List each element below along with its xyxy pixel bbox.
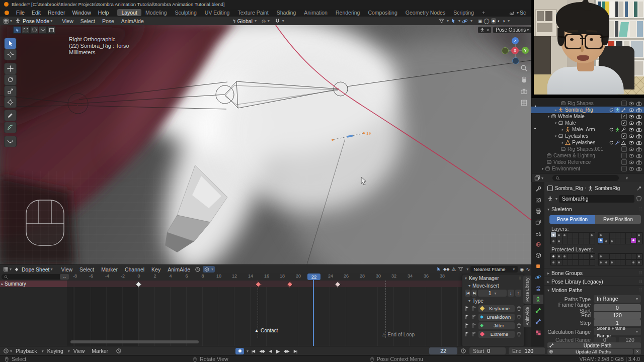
workspace-tab-geometry-nodes[interactable]: Geometry Nodes xyxy=(401,9,449,16)
motion-paths-panel-header[interactable]: ▾Motion Paths ⠿ xyxy=(547,287,642,294)
hide-eye-icon[interactable] xyxy=(628,107,634,113)
skeleton-panel-header[interactable]: ▾Skeleton ⠿ xyxy=(547,206,642,213)
hide-eye-icon[interactable] xyxy=(628,101,634,107)
breadcrumb-object[interactable]: Sombra_Rig xyxy=(555,186,583,191)
workspace-tab-sculpting[interactable]: Sculpting xyxy=(171,9,201,16)
tab-tool[interactable] xyxy=(533,184,543,194)
channel-search[interactable] xyxy=(2,274,63,280)
bone-groups-panel-header[interactable]: ▸Bone Groups ⠿ xyxy=(547,269,642,277)
frame-range-end-field[interactable]: 120 xyxy=(594,312,641,319)
select-lasso-button[interactable] xyxy=(39,26,47,34)
tab-collection[interactable] xyxy=(533,250,543,260)
hide-eye-icon[interactable] xyxy=(628,140,634,146)
navigation-gizmo[interactable]: Z Y X xyxy=(502,38,528,64)
tool-settings-close-icon[interactable]: × xyxy=(487,28,489,33)
jump-next-keyframe-button[interactable]: ◆▶ xyxy=(282,349,290,353)
collection-checkbox[interactable]: ✓ xyxy=(621,114,627,119)
gizmo-dropdown-arrow[interactable]: ▾ xyxy=(458,19,460,23)
render-camera-icon[interactable] xyxy=(636,114,642,120)
dopesheet-ruler[interactable]: ↔ -8-6 -4-2 02 46 810 1214 1618 2024 262… xyxy=(0,273,531,281)
workspace-tab-compositing[interactable]: Compositing xyxy=(364,9,401,16)
proportional-edit-icon[interactable] xyxy=(439,18,444,24)
pose-options-arrow[interactable]: ▾ xyxy=(527,28,529,32)
protected-layers-grid-right[interactable] xyxy=(598,253,642,265)
tool-rotate[interactable] xyxy=(4,74,17,85)
move-down-button[interactable]: ↓ xyxy=(508,290,514,297)
pose-options-dropdown[interactable]: Pose Options xyxy=(496,27,526,33)
select-flag-icon[interactable] xyxy=(464,331,470,337)
clear-paths-button[interactable]: × xyxy=(634,349,641,354)
hide-eye-icon[interactable] xyxy=(628,146,634,152)
calculation-range-dropdown[interactable]: Scene Frame Range▾ xyxy=(594,328,641,335)
pivot-dropdown-arrow[interactable]: ▾ xyxy=(268,19,270,23)
fcurve-easing-icon[interactable]: ∿ xyxy=(526,266,530,272)
menu-edit[interactable]: Edit xyxy=(28,10,44,16)
move-insert-header[interactable]: ▾Move-Insert xyxy=(462,282,524,289)
editor-type-icon[interactable] xyxy=(3,18,9,24)
hide-eye-icon[interactable] xyxy=(628,153,634,159)
breadcrumb-data[interactable]: SombraRig xyxy=(595,186,620,191)
select-flag-icon[interactable] xyxy=(464,306,470,311)
layer-active-cell[interactable] xyxy=(551,232,556,237)
tool-measure[interactable] xyxy=(4,122,17,133)
shading-solid-button[interactable]: ● xyxy=(491,18,496,24)
collection-checkbox[interactable]: ✓ xyxy=(621,133,627,139)
viewport-menu-animaide[interactable]: AnimAide xyxy=(118,18,147,24)
render-camera-icon[interactable] xyxy=(636,153,642,159)
jump-to-start-button[interactable]: |◀ xyxy=(250,349,256,353)
orthographic-toggle-icon[interactable] xyxy=(520,99,528,107)
properties-editor-icon[interactable] xyxy=(534,175,540,181)
pan-hand-icon[interactable] xyxy=(520,76,528,83)
delete-keys-icon[interactable] xyxy=(516,331,522,337)
timeline-editor-icon[interactable] xyxy=(3,348,9,354)
update-path-button[interactable]: Update Path xyxy=(547,342,641,348)
collection-checkbox[interactable] xyxy=(621,159,627,165)
channel-filter-arrow[interactable]: ▾ xyxy=(10,267,12,272)
timecode-icon[interactable] xyxy=(116,348,122,354)
gizmo-y-axis[interactable]: Y xyxy=(522,47,529,54)
paths-type-dropdown[interactable]: In Range▾ xyxy=(594,295,641,303)
tab-view-layer[interactable] xyxy=(533,217,543,227)
render-camera-icon[interactable] xyxy=(636,101,642,107)
layer-blue-cell[interactable] xyxy=(598,238,603,243)
outliner-row-rig-shapes-001[interactable]: Rig Shapes.001 xyxy=(531,146,644,152)
outliner-row-male[interactable]: ▾ Male ✓ xyxy=(531,120,644,126)
current-frame-field[interactable]: 22 xyxy=(429,347,457,354)
hide-eye-icon[interactable] xyxy=(628,159,634,165)
collection-checkbox[interactable] xyxy=(621,146,627,152)
pose-library-panel-header[interactable]: ▸Pose Library (Legacy) ⠿ xyxy=(547,278,642,285)
camera-view-icon[interactable] xyxy=(520,87,528,95)
tab-object-data-armature[interactable] xyxy=(533,295,543,304)
workspace-tab-layout[interactable]: Layout xyxy=(117,9,141,16)
playhead-line[interactable] xyxy=(313,280,314,346)
editor-type-dropdown-arrow[interactable]: ▾ xyxy=(10,19,12,23)
menu-file[interactable]: File xyxy=(13,10,28,16)
move-amount-field[interactable]: 1▾ xyxy=(478,290,507,297)
filter-arrow[interactable]: ▾ xyxy=(466,267,468,272)
hide-eye-icon[interactable] xyxy=(628,166,634,172)
delete-keys-icon[interactable] xyxy=(516,323,522,328)
timeline-menu-keying[interactable]: Keying xyxy=(44,348,67,354)
blender-menu-icon[interactable] xyxy=(5,11,9,15)
jump-prev-keyframe-button[interactable]: ◀◆ xyxy=(258,349,266,353)
render-camera-icon[interactable] xyxy=(636,107,642,113)
marker-end-of-loop[interactable]: △ End of Loop xyxy=(382,332,415,337)
dopesheet-editor-icon[interactable] xyxy=(14,267,19,272)
show-gizmo-toggle[interactable]: ▣ xyxy=(478,19,482,24)
transform-orientation-dropdown[interactable]: Global xyxy=(237,18,253,24)
sidebar-tab-animaide[interactable]: AnimAide xyxy=(523,305,531,327)
scene-dropdown-arrow[interactable]: ▾ xyxy=(517,11,519,15)
use-preview-range-icon[interactable] xyxy=(460,348,466,354)
frame-end-field[interactable]: End120 xyxy=(509,347,545,354)
mode-dropdown[interactable]: Pose Mode xyxy=(23,18,49,24)
properties-editor-arrow[interactable]: ▾ xyxy=(541,176,543,180)
deselect-flag-icon[interactable] xyxy=(471,323,477,328)
dopesheet-menu-animaide[interactable]: AnimAide xyxy=(164,266,194,273)
hide-eye-icon[interactable] xyxy=(628,127,634,133)
frame-start-field[interactable]: Start0 xyxy=(469,347,506,354)
snap-dropdown-arrow[interactable]: ▾ xyxy=(282,19,284,23)
tool-pose-breakdowner[interactable] xyxy=(4,136,17,147)
render-camera-icon[interactable] xyxy=(636,127,642,133)
tool-cursor[interactable] xyxy=(4,49,17,60)
dopesheet-menu-marker[interactable]: Marker xyxy=(98,266,121,273)
